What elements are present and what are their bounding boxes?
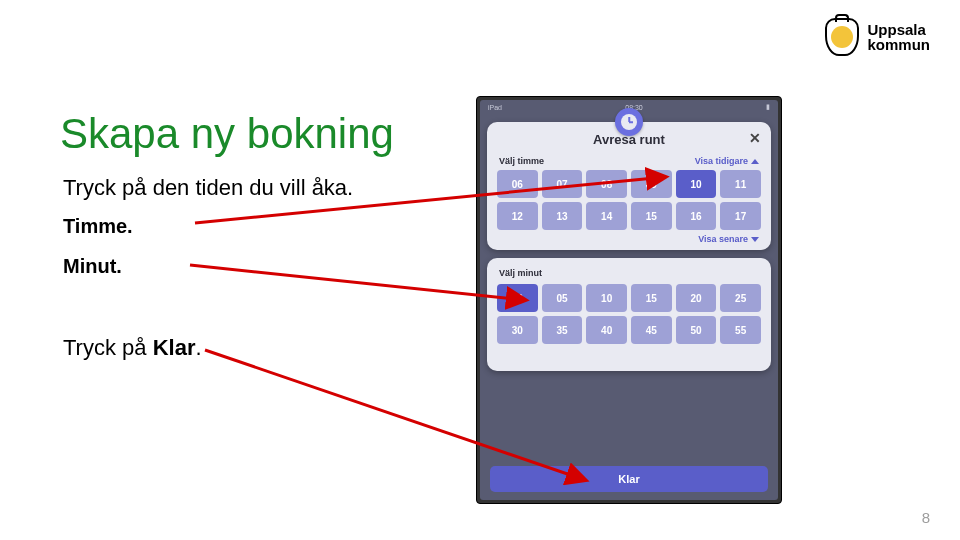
minute-cell[interactable]: 00 [497, 284, 538, 312]
org-logo: Uppsala kommun [825, 18, 930, 56]
hour-cell[interactable]: 14 [586, 202, 627, 230]
label-minute: Minut. [63, 255, 122, 278]
hour-cell[interactable]: 16 [676, 202, 717, 230]
hour-grid: 060708091011121314151617 [497, 170, 761, 230]
hour-picker-card: ✕ Avresa runt Välj timme Visa tidigare 0… [487, 122, 771, 250]
show-earlier-link[interactable]: Visa tidigare [695, 156, 759, 166]
svg-line-1 [190, 265, 525, 300]
minute-picker-card: Välj minut 000510152025303540455055 [487, 258, 771, 371]
label-hour: Timme. [63, 215, 133, 238]
hour-cell[interactable]: 17 [720, 202, 761, 230]
chevron-down-icon [751, 237, 759, 242]
slide-title: Skapa ny bokning [60, 110, 394, 158]
shield-icon [825, 18, 859, 56]
hour-cell[interactable]: 11 [720, 170, 761, 198]
minute-cell[interactable]: 50 [676, 316, 717, 344]
minute-cell[interactable]: 25 [720, 284, 761, 312]
hour-cell[interactable]: 07 [542, 170, 583, 198]
minute-cell[interactable]: 30 [497, 316, 538, 344]
hour-cell[interactable]: 15 [631, 202, 672, 230]
minute-grid: 000510152025303540455055 [497, 284, 761, 344]
show-later-link[interactable]: Visa senare [698, 234, 759, 244]
minute-cell[interactable]: 15 [631, 284, 672, 312]
hour-cell[interactable]: 06 [497, 170, 538, 198]
hour-cell[interactable]: 08 [586, 170, 627, 198]
hour-section-label: Välj timme [499, 156, 544, 166]
minute-section-label: Välj minut [499, 268, 542, 278]
minute-cell[interactable]: 10 [586, 284, 627, 312]
instruction-done: Tryck på Klar. [63, 335, 202, 361]
phone-mockup: iPad08:30▮ ✕ Avresa runt Välj timme Visa… [476, 96, 782, 504]
hour-cell[interactable]: 13 [542, 202, 583, 230]
hour-cell[interactable]: 09 [631, 170, 672, 198]
instruction-intro: Tryck på den tiden du vill åka. [63, 175, 353, 201]
done-button[interactable]: Klar [490, 466, 768, 492]
logo-text: Uppsala kommun [867, 22, 930, 52]
minute-cell[interactable]: 40 [586, 316, 627, 344]
hour-cell[interactable]: 10 [676, 170, 717, 198]
minute-cell[interactable]: 05 [542, 284, 583, 312]
page-number: 8 [922, 509, 930, 526]
minute-cell[interactable]: 35 [542, 316, 583, 344]
minute-cell[interactable]: 55 [720, 316, 761, 344]
modal-title: Avresa runt [487, 132, 771, 147]
minute-cell[interactable]: 45 [631, 316, 672, 344]
hour-cell[interactable]: 12 [497, 202, 538, 230]
chevron-up-icon [751, 159, 759, 164]
minute-cell[interactable]: 20 [676, 284, 717, 312]
